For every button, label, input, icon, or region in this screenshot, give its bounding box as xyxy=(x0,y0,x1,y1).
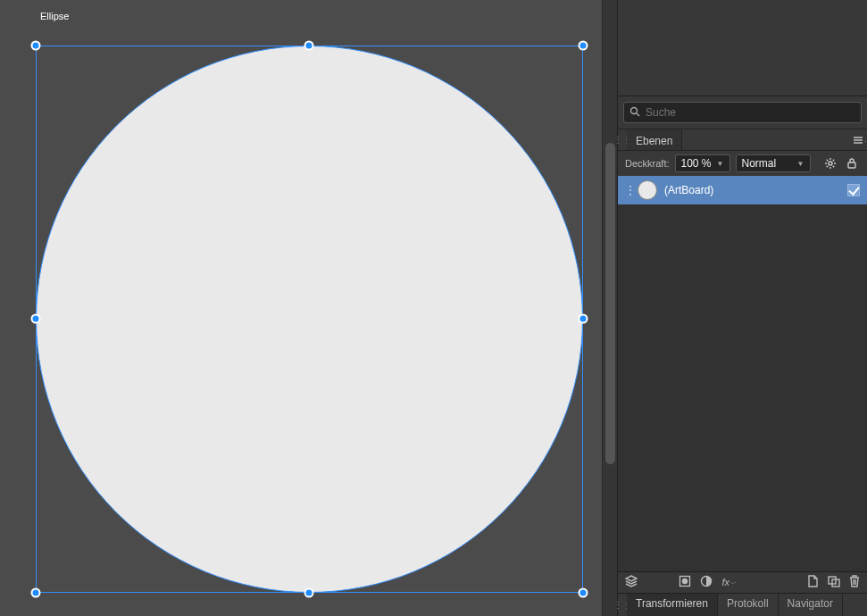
visibility-checkbox[interactable] xyxy=(847,184,860,196)
top-empty-panel xyxy=(618,0,867,96)
layer-thumbnail xyxy=(638,180,657,200)
selection-label: Ellipse xyxy=(40,11,69,21)
layers-footer: fx﹀ xyxy=(618,571,867,593)
fx-icon[interactable]: fx﹀ xyxy=(721,577,736,588)
opacity-label: Deckkraft: xyxy=(625,158,670,169)
ellipse-shape[interactable] xyxy=(36,46,583,593)
tab-navigator[interactable]: Navigator xyxy=(779,594,843,616)
trash-icon[interactable] xyxy=(849,575,860,590)
handle-se[interactable] xyxy=(579,588,588,598)
opacity-dropdown[interactable]: 100 % ▼ xyxy=(675,154,730,172)
svg-rect-6 xyxy=(848,162,855,168)
handle-sw[interactable] xyxy=(31,588,41,598)
adjustment-icon[interactable] xyxy=(700,575,713,590)
blendmode-dropdown[interactable]: Normal ▼ xyxy=(736,154,811,172)
layers-tabbar: ⋮⋮ Ebenen . xyxy=(618,129,867,150)
handle-n[interactable] xyxy=(304,41,314,51)
panel-menu-icon[interactable]: . xyxy=(853,129,867,150)
opacity-value: 100 % xyxy=(681,157,712,170)
panel-grip-icon[interactable]: ⋮⋮ xyxy=(618,594,627,616)
svg-point-0 xyxy=(631,107,638,113)
canvas-scrollbar-vertical[interactable] xyxy=(602,0,617,616)
side-panels: ⋮⋮ Ebenen . Deckkraft: 100 % ▼ Normal ▼ xyxy=(617,0,867,616)
handle-ne[interactable] xyxy=(579,41,588,51)
lock-icon[interactable] xyxy=(844,155,860,171)
tab-protocol[interactable]: Protokoll xyxy=(718,594,779,616)
search-icon xyxy=(629,106,640,120)
tab-layers[interactable]: Ebenen xyxy=(627,129,682,150)
panel-grip-icon[interactable]: ⋮⋮ xyxy=(618,129,627,150)
layer-row[interactable]: ⋮ (ArtBoard) xyxy=(618,176,867,204)
layer-grip-icon[interactable]: ⋮ xyxy=(625,176,630,204)
bottom-tabbar: ⋮⋮ Transformieren Protokoll Navigator xyxy=(618,593,867,616)
mask-icon[interactable] xyxy=(679,575,691,590)
svg-point-8 xyxy=(682,579,688,584)
layer-options-row: Deckkraft: 100 % ▼ Normal ▼ xyxy=(618,150,867,176)
layer-list: ⋮ (ArtBoard) xyxy=(618,176,867,571)
blendmode-value: Normal xyxy=(742,157,777,170)
new-layer-icon[interactable] xyxy=(807,575,819,590)
tab-transform[interactable]: Transformieren xyxy=(627,594,718,616)
layer-name: (ArtBoard) xyxy=(664,184,840,196)
chevron-down-icon: ▼ xyxy=(797,160,804,168)
handle-nw[interactable] xyxy=(31,41,41,51)
handle-e[interactable] xyxy=(579,314,588,324)
canvas-area[interactable]: Ellipse xyxy=(0,0,617,616)
gear-icon[interactable] xyxy=(822,155,838,171)
layers-stack-icon[interactable] xyxy=(625,575,638,590)
chevron-down-icon: ▼ xyxy=(717,160,724,168)
search-panel xyxy=(618,96,867,129)
group-icon[interactable] xyxy=(828,576,840,590)
handle-s[interactable] xyxy=(304,588,314,598)
app-root: Ellipse ⋮⋮ Ebenen xyxy=(0,0,867,616)
search-field[interactable] xyxy=(623,102,862,123)
svg-line-1 xyxy=(637,113,639,116)
svg-point-5 xyxy=(829,162,832,165)
handle-w[interactable] xyxy=(31,314,41,324)
search-input[interactable] xyxy=(646,106,855,119)
